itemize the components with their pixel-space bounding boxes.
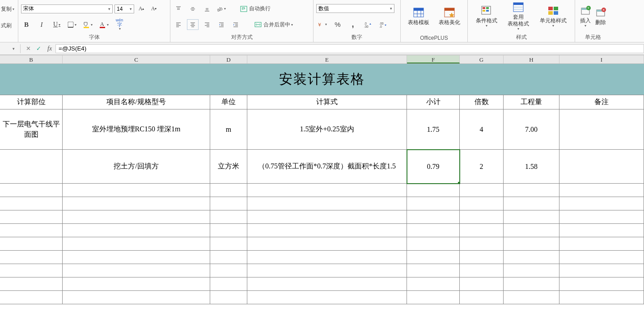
cell-h3[interactable]: 7.00 <box>504 109 559 150</box>
empty-cell[interactable] <box>407 210 460 224</box>
format-painter-button[interactable]: 式刷 <box>0 21 13 31</box>
increase-font-button[interactable]: A▴ <box>136 4 147 14</box>
col-header-C[interactable]: C <box>63 55 210 63</box>
empty-cell[interactable] <box>460 251 504 264</box>
hdr-formula[interactable]: 计算式 <box>247 95 407 109</box>
empty-cell[interactable] <box>504 264 559 277</box>
empty-cell[interactable] <box>559 277 644 291</box>
empty-cell[interactable] <box>504 224 559 237</box>
empty-cell[interactable] <box>559 184 644 197</box>
hdr-calc-part[interactable]: 计算部位 <box>0 95 63 109</box>
hdr-subtotal[interactable]: 小计 <box>407 95 460 109</box>
empty-cell[interactable] <box>0 224 63 237</box>
empty-cell[interactable] <box>63 184 210 197</box>
italic-button[interactable]: I <box>36 20 47 29</box>
empty-cell[interactable] <box>63 237 210 251</box>
conditional-format-button[interactable]: 条件格式 ▾ <box>474 1 499 32</box>
decrease-font-button[interactable]: A▾ <box>148 4 159 14</box>
empty-cell[interactable] <box>0 210 63 224</box>
empty-cell[interactable] <box>63 210 210 224</box>
phonetic-button[interactable]: wén 字 <box>114 20 125 29</box>
confirm-formula-button[interactable]: ✓ <box>34 45 44 52</box>
empty-cell[interactable] <box>407 184 460 197</box>
underline-button[interactable]: U <box>51 20 62 29</box>
empty-cell[interactable] <box>247 224 407 237</box>
empty-cell[interactable] <box>63 277 210 291</box>
empty-cell[interactable] <box>210 197 247 210</box>
cell-f4[interactable]: 0.79 <box>407 150 460 184</box>
empty-cell[interactable] <box>247 251 407 264</box>
empty-cell[interactable] <box>559 237 644 251</box>
empty-cell[interactable] <box>247 197 407 210</box>
fill-color-button[interactable] <box>82 20 93 29</box>
cell-h4[interactable]: 1.58 <box>504 150 559 184</box>
empty-cell[interactable] <box>0 251 63 264</box>
font-name-combo[interactable]: 宋体 <box>21 4 113 13</box>
empty-cell[interactable] <box>460 197 504 210</box>
col-header-G[interactable]: G <box>460 55 504 63</box>
decrease-decimal-button[interactable]: .00.0 <box>378 20 389 29</box>
empty-cell[interactable] <box>504 291 559 304</box>
empty-cell[interactable] <box>407 277 460 291</box>
increase-decimal-button[interactable]: .0.00 <box>363 20 373 29</box>
empty-cell[interactable] <box>460 264 504 277</box>
col-header-I[interactable]: I <box>559 55 644 63</box>
empty-cell[interactable] <box>0 197 63 210</box>
empty-cell[interactable] <box>504 251 559 264</box>
empty-cell[interactable] <box>63 264 210 277</box>
empty-cell[interactable] <box>407 237 460 251</box>
empty-cell[interactable] <box>210 277 247 291</box>
empty-cell[interactable] <box>247 210 407 224</box>
empty-cell[interactable] <box>559 210 644 224</box>
cell-d3[interactable]: m <box>210 109 247 150</box>
empty-cell[interactable] <box>559 291 644 304</box>
align-left-button[interactable] <box>173 20 184 29</box>
number-format-combo[interactable]: 数值 <box>316 4 394 13</box>
col-header-F[interactable]: F <box>407 55 460 63</box>
align-right-button[interactable] <box>202 20 212 29</box>
cell-i4[interactable] <box>559 150 644 184</box>
cancel-formula-button[interactable]: ✕ <box>23 45 34 52</box>
currency-button[interactable]: ￥ <box>316 20 328 29</box>
empty-cell[interactable] <box>504 184 559 197</box>
hdr-unit[interactable]: 单位 <box>210 95 247 109</box>
empty-cell[interactable] <box>407 224 460 237</box>
col-header-H[interactable]: H <box>504 55 559 63</box>
percent-button[interactable]: % <box>332 20 343 29</box>
cell-g3[interactable]: 4 <box>460 109 504 150</box>
bold-button[interactable]: B <box>21 20 32 29</box>
sheet-title-cell[interactable]: 安装计算表格 <box>0 64 644 95</box>
empty-cell[interactable] <box>0 277 63 291</box>
align-center-button[interactable] <box>187 20 198 29</box>
empty-cell[interactable] <box>504 237 559 251</box>
wrap-text-button[interactable]: 自动换行 <box>239 4 271 14</box>
empty-cell[interactable] <box>247 291 407 304</box>
empty-cell[interactable] <box>407 251 460 264</box>
comma-button[interactable]: , <box>347 20 358 29</box>
cell-d4[interactable]: 立方米 <box>210 150 247 184</box>
empty-cell[interactable] <box>504 197 559 210</box>
cell-e4[interactable]: （0.75管径工作面*0.7深度）截面积*长度1.5 <box>247 150 407 184</box>
decrease-indent-button[interactable] <box>216 20 227 29</box>
empty-cell[interactable] <box>407 291 460 304</box>
apply-table-format-button[interactable]: 套用 表格格式 ▾ <box>506 1 531 32</box>
empty-cell[interactable] <box>63 291 210 304</box>
empty-cell[interactable] <box>460 277 504 291</box>
empty-cell[interactable] <box>247 184 407 197</box>
formula-input[interactable] <box>55 44 644 53</box>
empty-cell[interactable] <box>460 224 504 237</box>
empty-cell[interactable] <box>210 264 247 277</box>
cell-f3[interactable]: 1.75 <box>407 109 460 150</box>
orientation-button[interactable]: ab <box>216 4 227 14</box>
hdr-project[interactable]: 项目名称/规格型号 <box>63 95 210 109</box>
empty-cell[interactable] <box>210 210 247 224</box>
font-size-combo[interactable]: 14 <box>114 4 134 13</box>
insert-button[interactable]: + 插入 ▾ <box>578 1 593 32</box>
col-header-E[interactable]: E <box>247 55 407 63</box>
empty-cell[interactable] <box>407 264 460 277</box>
empty-cell[interactable] <box>0 184 63 197</box>
empty-cell[interactable] <box>210 291 247 304</box>
increase-indent-button[interactable] <box>230 20 241 29</box>
empty-cell[interactable] <box>247 264 407 277</box>
hdr-multiplier[interactable]: 倍数 <box>460 95 504 109</box>
